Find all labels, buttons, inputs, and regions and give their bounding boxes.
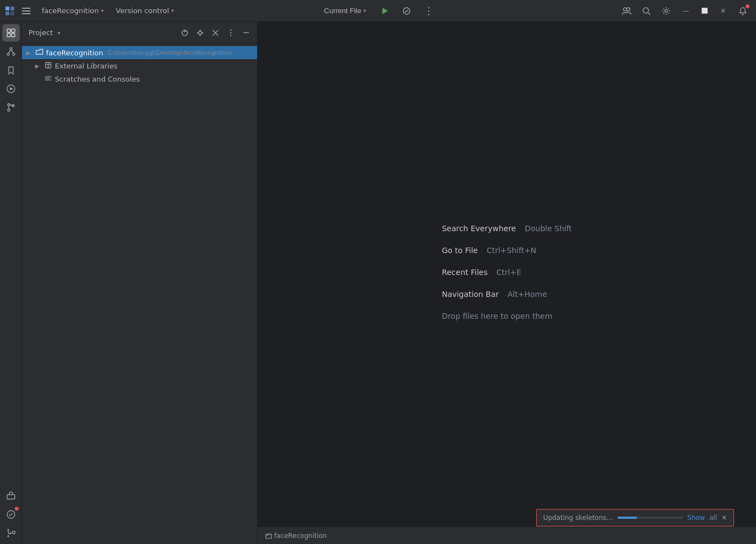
show-link[interactable]: Show: [687, 514, 705, 522]
title-bar: faceRecognition ▾ Version control ▾ Curr…: [0, 0, 756, 22]
panel-header: Project ▾: [22, 22, 257, 44]
panel-minimize-button[interactable]: [240, 26, 253, 39]
activity-todo[interactable]: [2, 506, 20, 523]
svg-point-32: [12, 531, 15, 534]
minimize-button[interactable]: —: [677, 2, 695, 20]
close-button[interactable]: ✕: [714, 2, 732, 20]
svg-line-22: [11, 50, 14, 53]
current-file-chevron: ▾: [363, 8, 366, 14]
maximize-button[interactable]: ⬜: [696, 2, 713, 20]
run-button[interactable]: [376, 2, 394, 20]
file-tree: ▶ faceRecognition C:\Users\tanggt\Deskto…: [22, 44, 257, 544]
search-everywhere-shortcut: Double Shift: [525, 224, 572, 233]
svg-point-18: [10, 48, 12, 50]
activity-bar: [0, 22, 22, 544]
svg-point-30: [7, 529, 9, 531]
svg-point-44: [230, 35, 231, 36]
search-everywhere-item[interactable]: Search Everywhere Double Shift: [437, 222, 576, 235]
more-icon: ⋮: [424, 5, 434, 16]
tree-item-label: Scratches and Consoles: [55, 75, 140, 83]
project-chevron: ▾: [101, 8, 104, 14]
tree-arrow: ▶: [26, 50, 33, 56]
tree-item-external-libraries[interactable]: ▶ External Libraries: [22, 59, 257, 72]
tree-item-scratches[interactable]: Scratches and Consoles: [22, 72, 257, 85]
navigation-bar-shortcut: Alt+Home: [508, 290, 547, 299]
svg-rect-3: [10, 12, 14, 15]
svg-rect-0: [5, 7, 9, 10]
project-nav-item[interactable]: faceRecognition ▾: [37, 4, 108, 17]
current-file-label: Current File: [324, 7, 361, 15]
search-button[interactable]: [638, 2, 655, 20]
folder-icon: [35, 48, 44, 58]
current-file-button[interactable]: Current File ▾: [319, 4, 372, 17]
progress-text: Updating skeletons...: [543, 514, 613, 522]
svg-point-13: [665, 9, 668, 12]
activity-git[interactable]: [2, 99, 20, 116]
window-controls: — ⬜ ✕: [677, 2, 732, 20]
status-project[interactable]: faceRecognition: [262, 531, 330, 541]
debug-button[interactable]: [398, 2, 416, 20]
version-control-nav-item[interactable]: Version control ▾: [111, 4, 178, 17]
svg-point-42: [230, 29, 231, 30]
panel-locate-button[interactable]: [194, 26, 207, 39]
scratches-icon: [44, 75, 53, 84]
drop-files-label: Drop files here to open them: [437, 310, 576, 323]
go-to-file-item[interactable]: Go to File Ctrl+Shift+N: [437, 244, 576, 257]
svg-marker-7: [383, 8, 388, 14]
welcome-content: Search Everywhere Double Shift Go to Fil…: [437, 222, 576, 323]
go-to-file-shortcut: Ctrl+Shift+N: [487, 246, 537, 255]
panel-close-button[interactable]: [209, 26, 222, 39]
hamburger-button[interactable]: [19, 3, 34, 19]
svg-marker-24: [10, 87, 13, 90]
svg-rect-4: [22, 8, 31, 9]
notification-badge: [746, 4, 749, 8]
activity-structure[interactable]: [2, 43, 20, 60]
notification-button[interactable]: [734, 2, 752, 20]
lib-icon: [44, 61, 53, 71]
progress-bar-fill: [617, 517, 637, 519]
svg-line-12: [648, 13, 650, 15]
title-bar-center: Current File ▾ ⋮: [319, 2, 437, 20]
app-icon: [4, 5, 15, 16]
svg-point-43: [230, 32, 231, 33]
svg-rect-2: [5, 12, 9, 15]
svg-point-29: [7, 511, 15, 518]
collab-button[interactable]: [618, 2, 635, 20]
svg-point-9: [623, 8, 627, 11]
title-bar-right: — ⬜ ✕: [618, 2, 752, 20]
navigation-bar-item[interactable]: Navigation Bar Alt+Home: [437, 288, 576, 301]
panel-more-button[interactable]: [224, 26, 237, 39]
activity-project[interactable]: [2, 24, 20, 42]
more-button[interactable]: ⋮: [420, 2, 437, 20]
progress-close-button[interactable]: ✕: [721, 514, 727, 522]
svg-rect-1: [10, 7, 14, 10]
svg-rect-17: [12, 33, 15, 37]
svg-point-10: [627, 8, 630, 11]
editor-area: Search Everywhere Double Shift Go to Fil…: [258, 22, 756, 544]
recent-files-item[interactable]: Recent Files Ctrl+E: [437, 266, 576, 279]
panel-title: Project ▾: [29, 28, 176, 37]
tree-item-path: C:\Users\tanggt\Desktop\faceRecognition: [107, 49, 232, 56]
progress-all-label: all: [709, 514, 717, 522]
version-control-label: Version control: [116, 7, 169, 15]
version-control-chevron: ▾: [171, 8, 174, 14]
svg-rect-16: [7, 33, 10, 37]
tree-item-label: External Libraries: [55, 62, 117, 70]
activity-run[interactable]: [2, 80, 20, 98]
tree-arrow: ▶: [35, 63, 42, 69]
activity-bookmarks[interactable]: [2, 61, 20, 79]
svg-point-35: [198, 31, 202, 35]
panel-refresh-button[interactable]: [178, 26, 191, 39]
svg-rect-6: [22, 13, 31, 14]
activity-git-log[interactable]: [2, 524, 20, 542]
svg-point-26: [8, 109, 10, 111]
activity-remote[interactable]: [2, 487, 20, 505]
settings-button[interactable]: [657, 2, 675, 20]
svg-point-31: [7, 536, 9, 537]
svg-rect-15: [12, 29, 15, 32]
project-panel: Project ▾: [22, 22, 258, 544]
svg-rect-5: [22, 10, 31, 12]
recent-files-label: Recent Files: [442, 268, 488, 277]
status-bar: faceRecognition: [258, 526, 756, 544]
tree-item-facerecognition[interactable]: ▶ faceRecognition C:\Users\tanggt\Deskto…: [22, 46, 257, 59]
